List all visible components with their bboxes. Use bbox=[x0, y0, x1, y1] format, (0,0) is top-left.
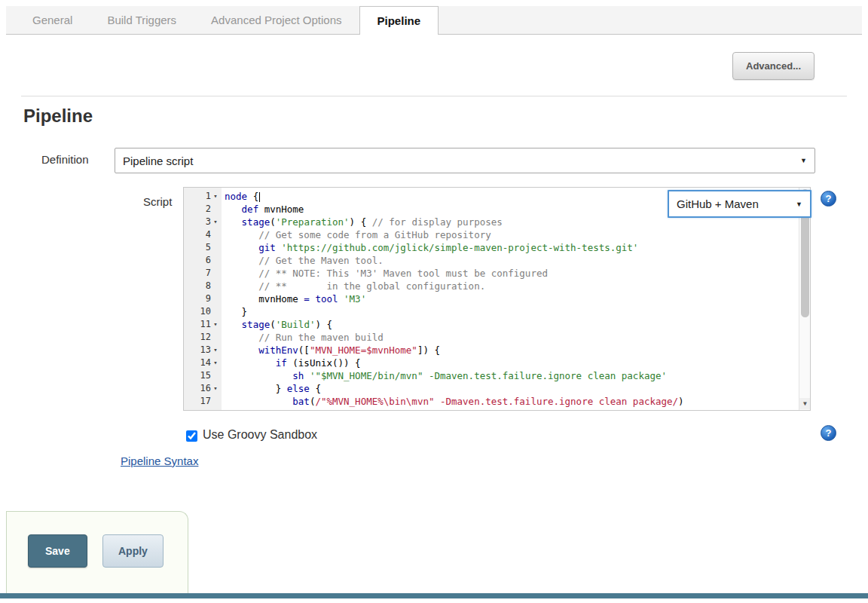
line-number: 8 bbox=[206, 280, 211, 292]
text-cursor bbox=[259, 192, 260, 202]
definition-select-value: Pipeline script bbox=[123, 155, 193, 167]
chevron-down-icon: ▼ bbox=[800, 157, 807, 164]
line-number: 6 bbox=[206, 254, 211, 267]
editor-scrollbar[interactable]: ▼ bbox=[799, 188, 810, 410]
line-number: 14 bbox=[200, 357, 211, 369]
code-line: git 'https://github.com/jglick/simple-ma… bbox=[225, 241, 799, 254]
fold-toggle-icon[interactable]: ▾ bbox=[211, 190, 220, 203]
bottom-button-panel: Save Apply bbox=[6, 511, 188, 593]
code-line: bat(/"%MVN_HOME%\bin\mvn" -Dmaven.test.f… bbox=[225, 395, 799, 408]
help-icon-sandbox[interactable]: ? bbox=[821, 425, 836, 441]
line-number: 12 bbox=[200, 331, 211, 344]
gutter-line: 13▾ bbox=[184, 344, 222, 357]
line-number: 5 bbox=[206, 241, 211, 254]
gutter-line: 4 bbox=[184, 228, 222, 241]
pipeline-syntax-link[interactable]: Pipeline Syntax bbox=[121, 455, 198, 467]
apply-button[interactable]: Apply bbox=[102, 534, 164, 568]
gutter-line: 9 bbox=[184, 292, 222, 305]
page-title: Pipeline bbox=[23, 106, 93, 127]
gutter-line: 10 bbox=[184, 305, 222, 318]
fold-toggle-icon[interactable]: ▾ bbox=[211, 216, 220, 228]
section-divider bbox=[21, 96, 847, 96]
line-number: 9 bbox=[206, 292, 211, 305]
tab-pipeline[interactable]: Pipeline bbox=[359, 6, 439, 35]
chevron-down-icon: ▼ bbox=[796, 200, 802, 208]
scroll-down-button[interactable]: ▼ bbox=[799, 398, 811, 409]
code-line: // Run the maven build bbox=[225, 331, 799, 344]
script-label: Script bbox=[143, 195, 172, 208]
code-line: // ** NOTE: This 'M3' Maven tool must be… bbox=[225, 267, 799, 280]
definition-select[interactable]: Pipeline script ▼ bbox=[115, 148, 815, 173]
advanced-button[interactable]: Advanced... bbox=[732, 52, 815, 80]
gutter-line: 17 bbox=[184, 395, 222, 408]
tab-bar: GeneralBuild TriggersAdvanced Project Op… bbox=[6, 6, 862, 35]
tab-advanced-project-options[interactable]: Advanced Project Options bbox=[194, 6, 359, 34]
line-number: 15 bbox=[200, 369, 211, 382]
tab-general[interactable]: General bbox=[15, 6, 90, 34]
code-line: // Get the Maven tool. bbox=[225, 254, 799, 267]
line-number: 16 bbox=[200, 382, 211, 395]
gutter-line: 11▾ bbox=[184, 318, 222, 331]
gutter-line: 3▾ bbox=[184, 216, 222, 228]
gutter-line: 2 bbox=[184, 203, 222, 216]
gutter-line: 8 bbox=[184, 280, 222, 292]
fold-toggle-icon[interactable]: ▾ bbox=[211, 318, 220, 331]
line-number: 10 bbox=[200, 305, 211, 318]
definition-label: Definition bbox=[41, 153, 89, 166]
gutter-line: 1▾ bbox=[184, 190, 222, 203]
code-line: } bbox=[225, 305, 799, 318]
fold-toggle-icon[interactable]: ▾ bbox=[211, 357, 220, 369]
line-number: 13 bbox=[200, 344, 211, 357]
fold-toggle-icon[interactable]: ▾ bbox=[211, 344, 220, 357]
code-line: withEnv(["MVN_HOME=$mvnHome"]) { bbox=[225, 344, 799, 357]
editor-code[interactable]: node { def mvnHome stage('Preparation') … bbox=[222, 188, 799, 410]
tab-build-triggers[interactable]: Build Triggers bbox=[90, 6, 194, 34]
footer-bar bbox=[0, 593, 868, 598]
sandbox-checkbox[interactable] bbox=[186, 430, 197, 442]
help-icon-script[interactable]: ? bbox=[821, 191, 836, 207]
code-line: mvnHome = tool 'M3' bbox=[225, 292, 799, 305]
code-line: // Get some code from a GitHub repositor… bbox=[225, 228, 799, 241]
code-line: stage('Build') { bbox=[225, 318, 799, 331]
gutter-line: 16▾ bbox=[184, 382, 222, 395]
gutter-line: 5 bbox=[184, 241, 222, 254]
gutter-line: 14▾ bbox=[184, 357, 222, 369]
gutter-line: 7 bbox=[184, 267, 222, 280]
sandbox-label: Use Groovy Sandbox bbox=[203, 428, 317, 442]
gutter-line: 15 bbox=[184, 369, 222, 382]
code-line: } else { bbox=[225, 382, 799, 395]
line-number: 7 bbox=[206, 267, 211, 280]
save-button[interactable]: Save bbox=[28, 534, 87, 568]
fold-toggle-icon[interactable]: ▾ bbox=[211, 382, 220, 395]
sample-script-select[interactable]: GitHub + Maven ▼ bbox=[668, 190, 811, 218]
line-number: 1 bbox=[206, 190, 211, 203]
code-line: sh '"$MVN_HOME/bin/mvn" -Dmaven.test.fai… bbox=[225, 369, 799, 382]
editor-gutter: 1▾23▾4567891011▾1213▾14▾1516▾17 bbox=[184, 188, 222, 410]
gutter-line: 6 bbox=[184, 254, 222, 267]
script-editor[interactable]: 1▾23▾4567891011▾1213▾14▾1516▾17 node { d… bbox=[183, 187, 811, 411]
line-number: 17 bbox=[200, 395, 211, 408]
gutter-line: 12 bbox=[184, 331, 222, 344]
code-line: // ** in the global configuration. bbox=[225, 280, 799, 292]
code-line: if (isUnix()) { bbox=[225, 357, 799, 369]
line-number: 4 bbox=[206, 228, 211, 241]
line-number: 11 bbox=[200, 318, 211, 331]
line-number: 3 bbox=[206, 216, 211, 228]
sample-select-value: GitHub + Maven bbox=[677, 197, 759, 210]
line-number: 2 bbox=[206, 203, 211, 216]
